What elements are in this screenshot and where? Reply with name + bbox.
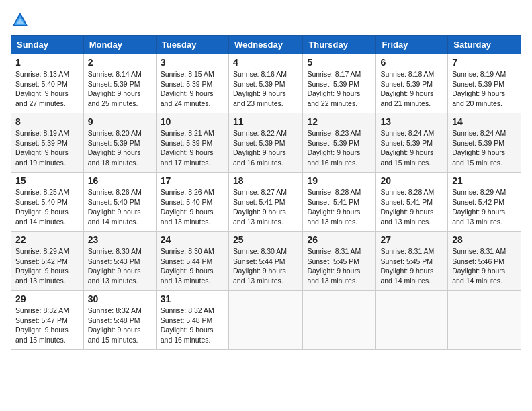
- calendar-cell: 16 Sunrise: 8:26 AMSunset: 5:40 PMDaylig…: [83, 173, 156, 232]
- calendar-cell: 22 Sunrise: 8:29 AMSunset: 5:42 PMDaylig…: [11, 232, 84, 291]
- calendar-cell: 4 Sunrise: 8:16 AMSunset: 5:39 PMDayligh…: [228, 54, 302, 113]
- day-number: 21: [452, 175, 517, 186]
- calendar-cell: 19 Sunrise: 8:28 AMSunset: 5:41 PMDaylig…: [303, 173, 376, 232]
- cell-info: Sunrise: 8:15 AMSunset: 5:39 PMDaylight:…: [161, 70, 214, 107]
- calendar-cell: 20 Sunrise: 8:28 AMSunset: 5:41 PMDaylig…: [376, 173, 448, 232]
- cell-info: Sunrise: 8:29 AMSunset: 5:42 PMDaylight:…: [15, 247, 69, 285]
- calendar-cell: 7 Sunrise: 8:19 AMSunset: 5:39 PMDayligh…: [448, 54, 521, 113]
- calendar-cell: 10 Sunrise: 8:21 AMSunset: 5:39 PMDaylig…: [156, 113, 228, 173]
- header-day: Friday: [376, 36, 448, 54]
- day-number: 24: [161, 234, 224, 245]
- cell-info: Sunrise: 8:31 AMSunset: 5:45 PMDaylight:…: [380, 247, 434, 285]
- logo-icon: [11, 11, 30, 30]
- day-number: 28: [452, 234, 517, 245]
- cell-info: Sunrise: 8:29 AMSunset: 5:42 PMDaylight:…: [452, 188, 506, 226]
- day-number: 4: [233, 57, 298, 68]
- day-number: 15: [15, 175, 79, 186]
- logo: [11, 11, 32, 30]
- calendar-week: 8 Sunrise: 8:19 AMSunset: 5:39 PMDayligh…: [11, 113, 521, 173]
- calendar-cell: 14 Sunrise: 8:24 AMSunset: 5:39 PMDaylig…: [448, 113, 521, 173]
- day-number: 26: [307, 234, 371, 245]
- calendar-week: 29 Sunrise: 8:32 AMSunset: 5:47 PMDaylig…: [11, 291, 521, 350]
- day-number: 19: [307, 175, 371, 186]
- day-number: 2: [88, 57, 152, 68]
- day-number: 7: [452, 57, 517, 68]
- cell-info: Sunrise: 8:28 AMSunset: 5:41 PMDaylight:…: [380, 188, 434, 226]
- calendar-cell: 8 Sunrise: 8:19 AMSunset: 5:39 PMDayligh…: [11, 113, 84, 173]
- day-number: 8: [15, 116, 79, 127]
- header-day: Sunday: [11, 36, 84, 54]
- day-number: 10: [161, 116, 224, 127]
- day-number: 23: [88, 234, 152, 245]
- calendar-cell: [228, 291, 302, 350]
- cell-info: Sunrise: 8:26 AMSunset: 5:40 PMDaylight:…: [161, 188, 214, 226]
- calendar-cell: 30 Sunrise: 8:32 AMSunset: 5:48 PMDaylig…: [83, 291, 156, 350]
- day-number: 18: [233, 175, 298, 186]
- header-day: Monday: [83, 36, 156, 54]
- day-number: 20: [380, 175, 443, 186]
- day-number: 13: [380, 116, 443, 127]
- calendar-cell: 3 Sunrise: 8:15 AMSunset: 5:39 PMDayligh…: [156, 54, 228, 113]
- day-number: 16: [88, 175, 152, 186]
- cell-info: Sunrise: 8:31 AMSunset: 5:46 PMDaylight:…: [452, 247, 506, 285]
- cell-info: Sunrise: 8:20 AMSunset: 5:39 PMDaylight:…: [88, 129, 142, 167]
- calendar-week: 1 Sunrise: 8:13 AMSunset: 5:40 PMDayligh…: [11, 54, 521, 113]
- cell-info: Sunrise: 8:32 AMSunset: 5:48 PMDaylight:…: [88, 306, 142, 344]
- day-number: 30: [88, 293, 152, 304]
- calendar-cell: 21 Sunrise: 8:29 AMSunset: 5:42 PMDaylig…: [448, 173, 521, 232]
- header-day: Wednesday: [228, 36, 302, 54]
- cell-info: Sunrise: 8:32 AMSunset: 5:48 PMDaylight:…: [161, 306, 214, 344]
- day-number: 3: [161, 57, 224, 68]
- calendar-cell: 9 Sunrise: 8:20 AMSunset: 5:39 PMDayligh…: [83, 113, 156, 173]
- cell-info: Sunrise: 8:18 AMSunset: 5:39 PMDaylight:…: [380, 70, 434, 107]
- cell-info: Sunrise: 8:32 AMSunset: 5:47 PMDaylight:…: [15, 306, 69, 344]
- calendar-cell: 24 Sunrise: 8:30 AMSunset: 5:44 PMDaylig…: [156, 232, 228, 291]
- calendar-cell: 31 Sunrise: 8:32 AMSunset: 5:48 PMDaylig…: [156, 291, 228, 350]
- cell-info: Sunrise: 8:14 AMSunset: 5:39 PMDaylight:…: [88, 70, 142, 107]
- cell-info: Sunrise: 8:19 AMSunset: 5:39 PMDaylight:…: [15, 129, 69, 167]
- cell-info: Sunrise: 8:24 AMSunset: 5:39 PMDaylight:…: [452, 129, 506, 167]
- header-day: Tuesday: [156, 36, 228, 54]
- calendar-week: 15 Sunrise: 8:25 AMSunset: 5:40 PMDaylig…: [11, 173, 521, 232]
- calendar-cell: [448, 291, 521, 350]
- cell-info: Sunrise: 8:30 AMSunset: 5:43 PMDaylight:…: [88, 247, 142, 285]
- calendar-table: SundayMondayTuesdayWednesdayThursdayFrid…: [11, 35, 521, 350]
- header-day: Thursday: [303, 36, 376, 54]
- cell-info: Sunrise: 8:25 AMSunset: 5:40 PMDaylight:…: [15, 188, 69, 226]
- cell-info: Sunrise: 8:16 AMSunset: 5:39 PMDaylight:…: [233, 70, 287, 107]
- cell-info: Sunrise: 8:24 AMSunset: 5:39 PMDaylight:…: [380, 129, 434, 167]
- calendar-cell: 26 Sunrise: 8:31 AMSunset: 5:45 PMDaylig…: [303, 232, 376, 291]
- cell-info: Sunrise: 8:19 AMSunset: 5:39 PMDaylight:…: [452, 70, 506, 107]
- calendar-cell: 11 Sunrise: 8:22 AMSunset: 5:39 PMDaylig…: [228, 113, 302, 173]
- cell-info: Sunrise: 8:26 AMSunset: 5:40 PMDaylight:…: [88, 188, 142, 226]
- calendar-cell: [376, 291, 448, 350]
- calendar-cell: 2 Sunrise: 8:14 AMSunset: 5:39 PMDayligh…: [83, 54, 156, 113]
- calendar-cell: 15 Sunrise: 8:25 AMSunset: 5:40 PMDaylig…: [11, 173, 84, 232]
- day-number: 5: [307, 57, 371, 68]
- calendar-cell: 6 Sunrise: 8:18 AMSunset: 5:39 PMDayligh…: [376, 54, 448, 113]
- day-number: 22: [15, 234, 79, 245]
- cell-info: Sunrise: 8:13 AMSunset: 5:40 PMDaylight:…: [15, 70, 69, 107]
- calendar-cell: 13 Sunrise: 8:24 AMSunset: 5:39 PMDaylig…: [376, 113, 448, 173]
- cell-info: Sunrise: 8:27 AMSunset: 5:41 PMDaylight:…: [233, 188, 287, 226]
- cell-info: Sunrise: 8:30 AMSunset: 5:44 PMDaylight:…: [233, 247, 287, 285]
- cell-info: Sunrise: 8:28 AMSunset: 5:41 PMDaylight:…: [307, 188, 361, 226]
- calendar-cell: 28 Sunrise: 8:31 AMSunset: 5:46 PMDaylig…: [448, 232, 521, 291]
- header-row: SundayMondayTuesdayWednesdayThursdayFrid…: [11, 36, 521, 54]
- calendar-cell: 17 Sunrise: 8:26 AMSunset: 5:40 PMDaylig…: [156, 173, 228, 232]
- calendar-cell: 25 Sunrise: 8:30 AMSunset: 5:44 PMDaylig…: [228, 232, 302, 291]
- cell-info: Sunrise: 8:21 AMSunset: 5:39 PMDaylight:…: [161, 129, 214, 167]
- header: [11, 11, 521, 30]
- day-number: 27: [380, 234, 443, 245]
- header-day: Saturday: [448, 36, 521, 54]
- cell-info: Sunrise: 8:23 AMSunset: 5:39 PMDaylight:…: [307, 129, 361, 167]
- day-number: 6: [380, 57, 443, 68]
- day-number: 1: [15, 57, 79, 68]
- calendar-cell: 27 Sunrise: 8:31 AMSunset: 5:45 PMDaylig…: [376, 232, 448, 291]
- cell-info: Sunrise: 8:30 AMSunset: 5:44 PMDaylight:…: [161, 247, 214, 285]
- day-number: 12: [307, 116, 371, 127]
- day-number: 17: [161, 175, 224, 186]
- day-number: 9: [88, 116, 152, 127]
- calendar-cell: 29 Sunrise: 8:32 AMSunset: 5:47 PMDaylig…: [11, 291, 84, 350]
- day-number: 14: [452, 116, 517, 127]
